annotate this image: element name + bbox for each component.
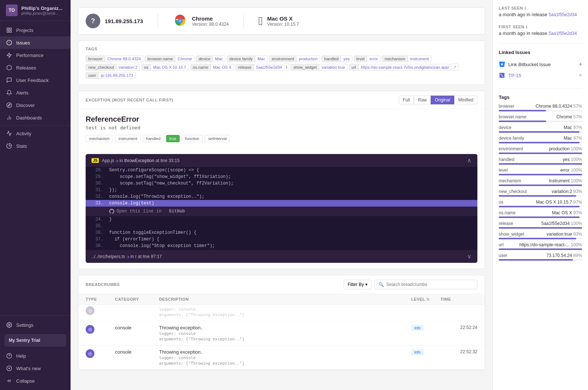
tag-key: level	[354, 56, 368, 62]
tag-user[interactable]: user ip:191.89.255.173	[86, 72, 136, 79]
tag-bar-bg	[499, 110, 582, 111]
sidebar-item-releases[interactable]: Releases	[0, 61, 71, 74]
tag-level[interactable]: level error	[354, 56, 381, 62]
sidebar-item-stats[interactable]: Stats	[0, 140, 71, 152]
tag-stat-row: mechanism instrument 100%	[499, 178, 582, 186]
sidebar-item-label: Projects	[16, 28, 33, 33]
tag-stat-value: variation:2 93%	[552, 189, 582, 194]
tag-environment[interactable]: environment production	[269, 56, 320, 62]
tag-stat-name: url	[499, 242, 503, 247]
remove-linked-issue-button[interactable]: ×	[579, 72, 582, 79]
filter-tag-setinterval[interactable]: setInterval	[205, 135, 230, 142]
bc-col-description: DESCRIPTION	[159, 297, 411, 301]
collapse-code-button[interactable]: ∧	[467, 157, 472, 164]
add-linked-issue-button[interactable]: +	[579, 61, 582, 68]
linked-issue-id[interactable]: TP-15	[508, 73, 521, 78]
last-seen-release-link[interactable]: 5aa1f55e2d34	[549, 12, 577, 17]
view-minified-button[interactable]: Minified	[454, 96, 477, 104]
tag-value: instrument	[408, 56, 431, 62]
bc-type-icon: ◎	[86, 306, 115, 315]
sidebar-item-help[interactable]: Help	[0, 350, 71, 362]
sidebar-item-label: Performance	[16, 53, 43, 58]
sidebar-item-projects[interactable]: Projects	[0, 24, 71, 36]
tag-stat-value: production 100%	[549, 146, 582, 151]
tag-stat-value: Chrome 88.0.4324 57%	[535, 104, 582, 109]
sidebar-item-collapse[interactable]: Collapse	[0, 375, 71, 387]
tag-bar-fill	[499, 195, 576, 197]
tag-os[interactable]: os Mac OS X 10.15.7	[141, 64, 189, 71]
os-details: Mac OS X Version: 10.15.7	[267, 15, 299, 27]
sidebar-item-issues[interactable]: Issues	[0, 36, 71, 49]
filter-tag-function[interactable]: function	[182, 135, 203, 142]
filter-tag-mechanism[interactable]: mechanism	[86, 135, 113, 142]
filter-tag-handled[interactable]: handled	[143, 135, 164, 142]
help-icon	[6, 353, 12, 359]
tag-stat-name: browser	[499, 104, 514, 109]
code-line-30: 30. scope.setTag("new_checkout", ff2Vari…	[86, 180, 477, 187]
sidebar-item-user-feedback[interactable]: User Feedback	[0, 74, 71, 86]
tag-mechanism[interactable]: mechanism instrument	[382, 56, 431, 62]
breadcrumb-table-header: TYPE CATEGORY DESCRIPTION LEVEL ⇅ TIME	[78, 294, 485, 305]
tag-device-family[interactable]: device.family Mac	[227, 56, 268, 62]
bc-desc-2: Throwing exception.. logger: console arg…	[159, 349, 411, 366]
tag-value: error	[367, 56, 380, 62]
tag-os-name[interactable]: os.name Mac OS X	[190, 64, 234, 71]
tag-handled[interactable]: handled yes	[322, 56, 352, 62]
tag-value: Mac OS X	[211, 64, 234, 71]
bc-time-1: 22:52:24	[441, 325, 477, 330]
bc-category-1: console	[115, 325, 159, 330]
expand-sub-code-button[interactable]: ∨	[467, 253, 472, 260]
filter-tag-instrument[interactable]: instrument	[115, 135, 140, 142]
tag-browser[interactable]: browser Chrome 88.0.4324	[86, 56, 143, 62]
bc-icon-1: ◎	[86, 325, 94, 334]
sidebar-item-discover[interactable]: Discover	[0, 99, 71, 111]
view-raw-button[interactable]: Raw	[414, 96, 431, 104]
code-line-ref: 33:15	[169, 158, 180, 163]
filter-tag-true[interactable]: true	[166, 135, 180, 142]
tag-stat-row: release 5aa1f55e2d34 100%	[499, 221, 582, 229]
svg-rect-0	[7, 28, 9, 30]
tag-bar-bg	[499, 131, 582, 133]
tag-stat-row: new_checkout variation:2 93%	[499, 189, 582, 197]
tag-url[interactable]: url https://do-sample-react-7v5is.ondigi…	[349, 64, 459, 71]
tag-stat-name: new_checkout	[499, 189, 527, 194]
tag-stat-row: user 73.170.54.24 89%	[499, 253, 582, 261]
tag-key: new_checkout	[86, 64, 116, 71]
tag-device[interactable]: device Mac	[196, 56, 225, 62]
sidebar-item-whats-new[interactable]: What's new	[0, 362, 71, 375]
tag-stat-value: yes 100%	[563, 157, 582, 162]
bc-level-2: info	[411, 349, 441, 355]
sidebar-item-activity[interactable]: Activity	[0, 127, 71, 140]
view-original-button[interactable]: Original	[431, 96, 454, 104]
exception-title: EXCEPTION (most recent call first)	[86, 98, 173, 102]
code-line-35: 35.	[86, 223, 477, 229]
code-line-34: 34.}	[86, 216, 477, 223]
sidebar-item-performance[interactable]: Performance	[0, 49, 71, 61]
sidebar-item-settings[interactable]: Settings	[0, 319, 71, 331]
sidebar-item-alerts[interactable]: Alerts	[0, 86, 71, 99]
sidebar-item-dashboards[interactable]: Dashboards	[0, 111, 71, 124]
sidebar-item-label: Collapse	[16, 378, 35, 384]
main-content: ? 191.89.255.173	[71, 0, 588, 390]
filter-by-button[interactable]: Filter By ▾	[344, 280, 372, 289]
tag-show-widget[interactable]: show_widget variation:true	[291, 64, 347, 71]
svg-rect-1	[10, 28, 11, 30]
github-open-link[interactable]: Open this line in GitHub	[86, 207, 477, 216]
tag-new-checkout[interactable]: new_checkout variation:2	[86, 64, 140, 71]
rp-divider-2	[499, 88, 582, 89]
tag-release[interactable]: release 5aa1f55e2d34 ℹ	[236, 64, 289, 71]
trial-box[interactable]: My Sentry Trial	[4, 334, 66, 347]
bc-description-1: Throwing exception..	[159, 325, 411, 330]
tag-bar-bg	[499, 227, 582, 229]
center-panel: ? 191.89.255.173	[71, 0, 492, 390]
breadcrumb-search-input[interactable]	[386, 282, 473, 287]
bc-icon-2: ◎	[86, 349, 94, 358]
last-seen-value: a month ago in release 5aa1f55e2d34	[499, 12, 582, 17]
tag-browser-name[interactable]: browser.name Chrome	[145, 56, 194, 62]
apple-logo-icon: 	[258, 14, 263, 28]
view-full-button[interactable]: Full	[399, 96, 414, 104]
first-seen-release-link[interactable]: 5aa1f55e2d34	[549, 31, 577, 36]
file-link-icon: ⬗	[115, 158, 118, 163]
org-header[interactable]: TO Phillip's Organiz... phillip.jones@se…	[0, 0, 71, 21]
tag-stat-row: os.name Mac OS X 97%	[499, 210, 582, 218]
